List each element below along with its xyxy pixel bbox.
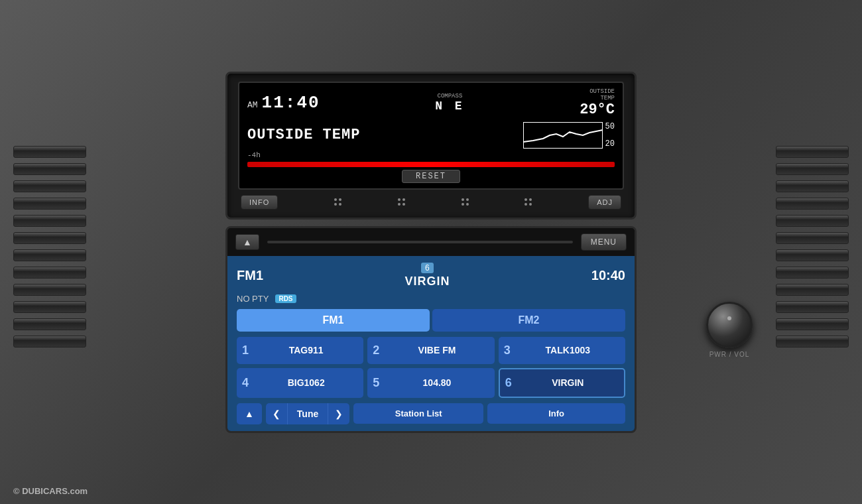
compass-label: COMPASS xyxy=(438,93,463,99)
tune-group[interactable]: ❮ Tune ❯ xyxy=(266,403,349,424)
am-label: AM xyxy=(247,100,258,110)
tune-label: Tune xyxy=(287,403,328,424)
mfd-dot-btn-2[interactable] xyxy=(398,198,405,206)
car-panel: AM 11:40 COMPASS N E OUTSIDE TEMP 29°C O… xyxy=(0,0,862,504)
outside-temp-header: OUTSIDE TEMP 29°C xyxy=(580,88,615,118)
cd-slot xyxy=(267,241,573,243)
vent-slat xyxy=(776,180,849,192)
vent-slat xyxy=(776,146,849,158)
preset-name-1: TAG911 xyxy=(254,345,358,355)
mfd-reset-area: RESET xyxy=(247,170,615,183)
vent-slat xyxy=(776,215,849,227)
preset-button-4[interactable]: 4 BIG1062 xyxy=(237,368,363,398)
preset-button-6[interactable]: 6 VIRGIN xyxy=(499,368,625,398)
vent-slat xyxy=(13,301,86,313)
mfd-dot-btn-3[interactable] xyxy=(462,198,469,206)
vent-slat xyxy=(776,163,849,175)
mfd-dot-btn-4[interactable] xyxy=(524,198,532,206)
vent-slat xyxy=(13,284,86,296)
preset-name-4: BIG1062 xyxy=(254,377,358,388)
radio-screen: FM1 6 VIRGIN 10:40 NO PTY RDS FM1 FM2 xyxy=(227,256,635,431)
radio-band: FM1 xyxy=(237,268,263,283)
compass-direction: N E xyxy=(435,99,464,113)
radio-controls: ▲ ❮ Tune ❯ Station List Info xyxy=(237,403,625,424)
preset-num-6: 6 xyxy=(505,376,512,390)
preset-name-5: 104.80 xyxy=(385,377,489,388)
center-console: AM 11:40 COMPASS N E OUTSIDE TEMP 29°C O… xyxy=(225,72,637,433)
preset-button-5[interactable]: 5 104.80 xyxy=(367,368,494,398)
mfd-buttons-row: INFO ADJ xyxy=(238,195,624,210)
vent-slat xyxy=(13,163,86,175)
vent-slat xyxy=(13,146,86,158)
preset-name-3: TALK1003 xyxy=(516,345,620,355)
main-temp-label: OUTSIDE TEMP xyxy=(247,127,517,143)
mfd-dot-btn-1[interactable] xyxy=(334,198,341,206)
preset-num-5: 5 xyxy=(373,376,379,390)
info-button[interactable]: INFO xyxy=(241,195,278,210)
pty-label: NO PTY xyxy=(237,294,269,304)
vent-slat xyxy=(776,318,849,330)
vent-slat xyxy=(13,198,86,210)
vent-slat xyxy=(776,198,849,210)
station-name-main: VIRGIN xyxy=(404,275,450,288)
presets-grid: 1 TAG911 2 VIBE FM 3 TALK1003 xyxy=(237,337,625,398)
preset-num-3: 3 xyxy=(504,344,511,357)
mfd-clock: 11:40 xyxy=(262,93,320,113)
mfd-compass: COMPASS N E xyxy=(435,93,464,113)
vent-slat xyxy=(776,249,849,261)
mfd-red-bar xyxy=(247,162,615,167)
pwr-vol-label: PWR / VOL xyxy=(706,351,753,358)
mfd-unit: AM 11:40 COMPASS N E OUTSIDE TEMP 29°C O… xyxy=(225,72,637,220)
radio-top-bar: ▲ MENU xyxy=(227,228,635,256)
graph-low: 20 xyxy=(605,139,615,149)
preset-button-3[interactable]: 3 TALK1003 xyxy=(499,337,625,364)
temp-graph-svg xyxy=(523,122,603,149)
svg-rect-0 xyxy=(523,122,603,149)
station-list-button[interactable]: Station List xyxy=(353,403,483,424)
outside-label-sub: TEMP xyxy=(600,95,615,101)
tab-fm2[interactable]: FM2 xyxy=(432,309,625,332)
preset-num-1: 1 xyxy=(242,344,249,357)
graph-high: 50 xyxy=(605,122,615,131)
vent-slat xyxy=(776,267,849,279)
eject-button[interactable]: ▲ xyxy=(235,234,259,250)
scroll-up-button[interactable]: ▲ xyxy=(237,403,262,424)
vent-slat xyxy=(776,232,849,244)
rds-badge: RDS xyxy=(275,294,296,303)
vent-slat xyxy=(13,249,86,261)
vent-slat xyxy=(13,336,86,347)
graph-values: 50 20 xyxy=(605,122,615,149)
vent-slat xyxy=(13,232,86,244)
preset-button-2[interactable]: 2 VIBE FM xyxy=(367,337,494,364)
radio-subinfo: NO PTY RDS xyxy=(237,294,625,304)
band-tabs: FM1 FM2 xyxy=(237,309,625,332)
reset-button[interactable]: RESET xyxy=(402,170,460,183)
preset-name-2: VIBE FM xyxy=(385,345,489,355)
menu-button[interactable]: MENU xyxy=(581,233,627,251)
preset-num-4: 4 xyxy=(242,376,249,390)
vent-slat xyxy=(776,284,849,296)
outside-label-top: OUTSIDE xyxy=(589,88,615,95)
radio-station-info: 6 VIRGIN xyxy=(404,263,450,288)
mfd-time-display: AM 11:40 xyxy=(247,93,320,113)
tune-next-button[interactable]: ❯ xyxy=(328,403,349,424)
tune-prev-button[interactable]: ❮ xyxy=(266,403,287,424)
knob-indicator xyxy=(727,316,731,320)
vent-slat xyxy=(776,301,849,313)
vent-left xyxy=(13,146,86,358)
mfd-top-row: AM 11:40 COMPASS N E OUTSIDE TEMP 29°C xyxy=(247,88,615,118)
preset-num-2: 2 xyxy=(373,344,379,357)
adj-button[interactable]: ADJ xyxy=(588,195,621,210)
vent-slat xyxy=(13,318,86,330)
radio-time: 10:40 xyxy=(591,268,625,283)
preset-button-1[interactable]: 1 TAG911 xyxy=(237,337,363,364)
vent-slat xyxy=(13,267,86,279)
pwr-vol-knob[interactable] xyxy=(706,302,753,348)
pwr-vol-area: PWR / VOL xyxy=(706,302,753,358)
radio-info-button[interactable]: Info xyxy=(487,403,625,424)
mfd-timeline: -4h xyxy=(247,151,615,159)
radio-header: FM1 6 VIRGIN 10:40 xyxy=(237,263,625,288)
tab-fm1[interactable]: FM1 xyxy=(237,309,430,332)
vent-slat xyxy=(13,180,86,192)
vent-slat xyxy=(776,336,849,347)
